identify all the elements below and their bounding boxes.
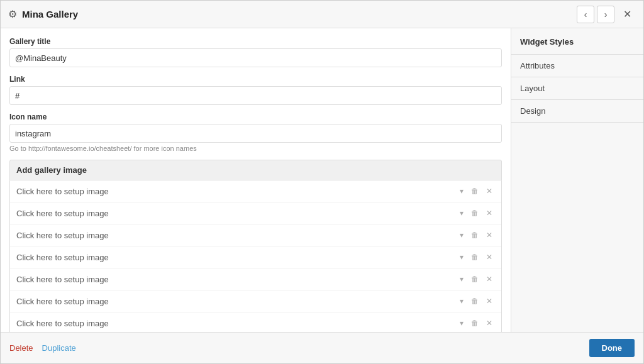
sidebar-item-design[interactable]: Design — [511, 100, 643, 123]
gallery-item-controls: ▾🗑✕ — [457, 251, 495, 263]
sidebar-title: Widget Styles — [511, 28, 643, 55]
sidebar-panel: Widget Styles Attributes Layout Design — [511, 28, 643, 332]
gallery-item-controls: ▾🗑✕ — [457, 317, 495, 329]
modal-header: ⚙ Mina Gallery ‹ › ✕ — [1, 1, 643, 28]
item-close-icon[interactable]: ✕ — [484, 273, 495, 285]
sidebar-item-attributes[interactable]: Attributes — [511, 55, 643, 77]
gallery-item-label: Click here to setup image — [16, 187, 457, 196]
gallery-item-label: Click here to setup image — [16, 253, 457, 262]
main-panel: Gallery title Link Icon name Go to http:… — [1, 28, 511, 332]
gallery-item[interactable]: Click here to setup image▾🗑✕ — [10, 180, 501, 202]
sidebar-item-layout[interactable]: Layout — [511, 77, 643, 100]
item-chevron-down-icon[interactable]: ▾ — [457, 229, 466, 241]
item-close-icon[interactable]: ✕ — [484, 229, 495, 241]
gallery-item-controls: ▾🗑✕ — [457, 295, 495, 307]
item-trash-icon[interactable]: 🗑 — [469, 185, 481, 197]
gear-icon: ⚙ — [8, 8, 17, 20]
item-chevron-down-icon[interactable]: ▾ — [457, 317, 466, 329]
item-close-icon[interactable]: ✕ — [484, 295, 495, 307]
gallery-item-controls: ▾🗑✕ — [457, 229, 495, 241]
gallery-item-label: Click here to setup image — [16, 319, 457, 328]
header-left: ⚙ Mina Gallery — [8, 8, 577, 20]
gallery-item-controls: ▾🗑✕ — [457, 273, 495, 285]
gallery-title-group: Gallery title — [9, 37, 502, 67]
modal-title: Mina Gallery — [22, 9, 78, 19]
item-chevron-down-icon[interactable]: ▾ — [457, 185, 466, 197]
link-group: Link — [9, 75, 502, 105]
icon-name-label: Icon name — [9, 113, 502, 121]
item-trash-icon[interactable]: 🗑 — [469, 295, 481, 307]
item-chevron-down-icon[interactable]: ▾ — [457, 295, 466, 307]
link-input[interactable] — [9, 86, 502, 105]
gallery-item[interactable]: Click here to setup image▾🗑✕ — [10, 312, 501, 332]
gallery-item-label: Click here to setup image — [16, 297, 457, 306]
item-trash-icon[interactable]: 🗑 — [469, 317, 481, 329]
item-chevron-down-icon[interactable]: ▾ — [457, 251, 466, 263]
item-trash-icon[interactable]: 🗑 — [469, 207, 481, 219]
item-close-icon[interactable]: ✕ — [484, 185, 495, 197]
icon-name-input[interactable] — [9, 124, 502, 143]
item-chevron-down-icon[interactable]: ▾ — [457, 207, 466, 219]
gallery-item[interactable]: Click here to setup image▾🗑✕ — [10, 268, 501, 290]
nav-next-button[interactable]: › — [597, 6, 614, 23]
link-label: Link — [9, 75, 502, 84]
add-gallery-button[interactable]: Add gallery image — [9, 160, 502, 180]
gallery-item-label: Click here to setup image — [16, 209, 457, 218]
done-button[interactable]: Done — [589, 339, 635, 357]
close-button[interactable]: ✕ — [618, 6, 636, 23]
gallery-item-label: Click here to setup image — [16, 231, 457, 240]
delete-button[interactable]: Delete — [9, 343, 33, 353]
duplicate-button[interactable]: Duplicate — [42, 343, 76, 353]
modal-body: Gallery title Link Icon name Go to http:… — [1, 28, 643, 332]
item-close-icon[interactable]: ✕ — [484, 317, 495, 329]
gallery-item[interactable]: Click here to setup image▾🗑✕ — [10, 224, 501, 246]
gallery-section: Add gallery image Click here to setup im… — [9, 160, 502, 332]
item-trash-icon[interactable]: 🗑 — [469, 229, 481, 241]
modal-container: ⚙ Mina Gallery ‹ › ✕ Gallery title Link … — [0, 0, 644, 364]
gallery-item[interactable]: Click here to setup image▾🗑✕ — [10, 290, 501, 312]
item-chevron-down-icon[interactable]: ▾ — [457, 273, 466, 285]
gallery-item-label: Click here to setup image — [16, 275, 457, 284]
gallery-items-list: Click here to setup image▾🗑✕Click here t… — [9, 180, 502, 332]
icon-name-group: Icon name Go to http://fontawesome.io/ch… — [9, 113, 502, 152]
item-close-icon[interactable]: ✕ — [484, 207, 495, 219]
gallery-title-label: Gallery title — [9, 37, 502, 46]
nav-prev-button[interactable]: ‹ — [577, 6, 594, 23]
item-trash-icon[interactable]: 🗑 — [469, 251, 481, 263]
gallery-item[interactable]: Click here to setup image▾🗑✕ — [10, 246, 501, 268]
gallery-item[interactable]: Click here to setup image▾🗑✕ — [10, 202, 501, 224]
gallery-item-controls: ▾🗑✕ — [457, 185, 495, 197]
item-trash-icon[interactable]: 🗑 — [469, 273, 481, 285]
icon-hint: Go to http://fontawesome.io/cheatsheet/ … — [9, 145, 502, 152]
nav-buttons: ‹ › — [577, 6, 614, 23]
gallery-item-controls: ▾🗑✕ — [457, 207, 495, 219]
footer-left: Delete Duplicate — [9, 343, 76, 353]
item-close-icon[interactable]: ✕ — [484, 251, 495, 263]
modal-footer: Delete Duplicate Done — [1, 332, 643, 363]
gallery-title-input[interactable] — [9, 48, 502, 67]
